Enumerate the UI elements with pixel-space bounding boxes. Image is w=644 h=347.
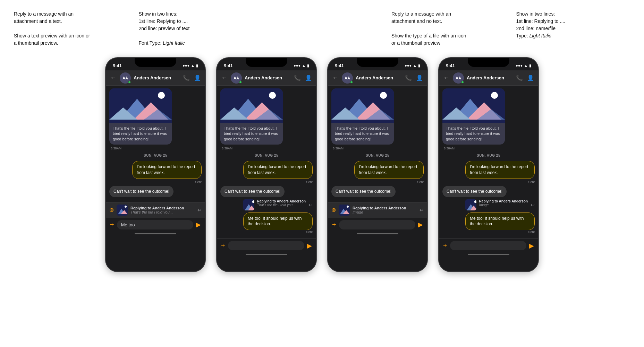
wifi-icon: ▲ — [413, 63, 417, 68]
phone-call-icon[interactable]: 📞 — [405, 75, 412, 81]
svg-point-1 — [158, 92, 165, 99]
contact-avatar: AA — [453, 72, 464, 84]
send-icon[interactable]: ▶ — [196, 221, 201, 228]
header-action-icons: 📞 👤 — [405, 75, 423, 81]
battery-icon: ▮ — [418, 63, 420, 68]
phone-1-notch — [135, 58, 176, 67]
phone-3-notch — [357, 58, 398, 67]
phone-2-time: 9:41 — [224, 63, 233, 68]
avatar-initials: AA — [122, 76, 128, 80]
reply-bar-info: Replying to Anders Anderson That's the f… — [130, 206, 195, 214]
message-input[interactable] — [339, 220, 415, 229]
svg-point-31 — [491, 92, 498, 99]
phone-1-input-bar: + ▶ — [106, 218, 205, 232]
descriptions-row: Reply to a message with anattachment and… — [14, 10, 630, 47]
svg-point-21 — [380, 92, 387, 99]
phone-1-chat-header: ← AA Anders Andersen 📞 👤 — [106, 70, 205, 86]
reply-arrow-icon: ↩ — [308, 202, 313, 208]
phone-3: 9:41 ●●● ▲ ▮ ← AA Anders Andersen 📞 👤 — [327, 57, 428, 272]
image-msg-time: 8:38AM — [333, 147, 424, 150]
phone-call-icon[interactable]: 📞 — [516, 75, 523, 81]
avatar-initials: AA — [456, 76, 461, 80]
add-attachment-icon[interactable]: + — [221, 242, 225, 250]
message-input[interactable] — [450, 241, 526, 250]
contact-info-icon[interactable]: 👤 — [194, 75, 201, 81]
add-attachment-icon[interactable]: + — [443, 242, 447, 250]
reply-sender-name: Replying to Anders Anderson — [257, 199, 306, 203]
back-arrow-icon[interactable]: ← — [221, 74, 227, 81]
svg-point-9 — [125, 206, 127, 208]
back-arrow-icon[interactable]: ← — [110, 74, 116, 81]
phone-1-time: 9:41 — [113, 63, 122, 68]
reply-bar-thumbnail — [117, 205, 128, 216]
home-indicator — [246, 254, 287, 255]
outgoing-bubble: I'm looking forward to the report from l… — [354, 161, 424, 179]
sent-label: Sent — [306, 180, 313, 184]
reply-inline-content: Replying to Anders Anderson That's the f… — [257, 199, 306, 207]
send-icon[interactable]: ▶ — [307, 242, 312, 250]
date-separator: SUN, AUG 25 — [331, 152, 424, 159]
date-separator: SUN, AUG 25 — [109, 152, 202, 159]
in-chat-reply: Replying to Anders Anderson Image ↩ — [465, 199, 535, 210]
message-input[interactable] — [117, 220, 193, 229]
reply-preview-text: That's the file I told you... — [257, 203, 306, 207]
reply-bar-preview: Image — [353, 210, 417, 214]
back-arrow-icon[interactable]: ← — [332, 74, 338, 81]
message-image — [220, 88, 283, 123]
online-indicator — [239, 81, 242, 84]
wifi-icon: ▲ — [191, 63, 195, 68]
reply-preview-text: Image — [479, 203, 528, 207]
phone-3-status-icons: ●●● ▲ ▮ — [405, 63, 420, 68]
back-arrow-icon[interactable]: ← — [443, 74, 449, 81]
reply-outgoing-bubble: Me too! It should help us with the decis… — [465, 212, 535, 231]
svg-point-29 — [347, 206, 349, 208]
add-attachment-icon[interactable]: + — [332, 221, 336, 229]
phone-4: 9:41 ●●● ▲ ▮ ← AA Anders Andersen 📞 👤 — [438, 57, 539, 272]
desc-block-3: Reply to a message with anattachment and… — [253, 10, 516, 47]
home-indicator — [135, 233, 176, 234]
message-image — [331, 88, 394, 123]
phone-3-time: 9:41 — [335, 63, 344, 68]
date-separator: SUN, AUG 25 — [220, 152, 313, 159]
send-icon[interactable]: ▶ — [418, 221, 423, 228]
reply-inline-thumbnail — [465, 199, 476, 210]
desc-block-4: Show in two lines:1st line: Replying to … — [516, 10, 630, 47]
reply-outgoing-bubble: Me too! It should help us with the decis… — [243, 212, 313, 231]
add-attachment-icon[interactable]: + — [110, 221, 114, 229]
message-input[interactable] — [228, 241, 304, 250]
image-message-bubble: That's the file I told you about. I trie… — [220, 88, 283, 145]
phone-2-input-bar: + ▶ — [217, 238, 316, 252]
reply-close-icon[interactable]: ⊗ — [331, 207, 336, 213]
message-image — [109, 88, 172, 123]
contact-info-icon[interactable]: 👤 — [305, 75, 312, 81]
incoming-bubble: Can't wait to see the outcome! — [220, 186, 285, 197]
sent-label: Sent — [528, 180, 535, 184]
sent-label: Sent — [195, 180, 202, 184]
in-chat-reply: Replying to Anders Anderson That's the f… — [243, 199, 313, 210]
phone-2-chat-header: ← AA Anders Andersen 📞 👤 — [217, 70, 316, 86]
image-msg-time: 8:38AM — [444, 147, 535, 150]
phone-4-chat-body: That's the file I told you about. I trie… — [439, 86, 538, 238]
image-message-text: That's the file I told you about. I trie… — [109, 123, 172, 145]
battery-icon: ▮ — [196, 63, 198, 68]
phone-call-icon[interactable]: 📞 — [183, 75, 190, 81]
signal-icon: ●●● — [183, 63, 189, 68]
sent-label: Sent — [417, 180, 424, 184]
reply-inline-content: Replying to Anders Anderson Image — [479, 199, 528, 207]
signal-icon: ●●● — [516, 63, 523, 68]
reply-bar-name: Replying to Anders Anderson — [130, 206, 195, 210]
send-icon[interactable]: ▶ — [529, 242, 534, 250]
contact-info-icon[interactable]: 👤 — [527, 75, 534, 81]
reply-close-icon[interactable]: ⊗ — [109, 207, 114, 213]
phone-call-icon[interactable]: 📞 — [294, 75, 301, 81]
sent-label-2: Sent — [306, 230, 313, 234]
header-action-icons: 📞 👤 — [183, 75, 201, 81]
phone-4-status-icons: ●●● ▲ ▮ — [516, 63, 531, 68]
wifi-icon: ▲ — [302, 63, 306, 68]
outgoing-bubble: I'm looking forward to the report from l… — [132, 161, 202, 179]
message-image — [442, 88, 505, 123]
contact-avatar: AA — [342, 72, 353, 84]
contact-info-icon[interactable]: 👤 — [416, 75, 423, 81]
phone-4-notch — [468, 58, 509, 67]
phone-3-chat-body: That's the file I told you about. I trie… — [328, 86, 427, 202]
